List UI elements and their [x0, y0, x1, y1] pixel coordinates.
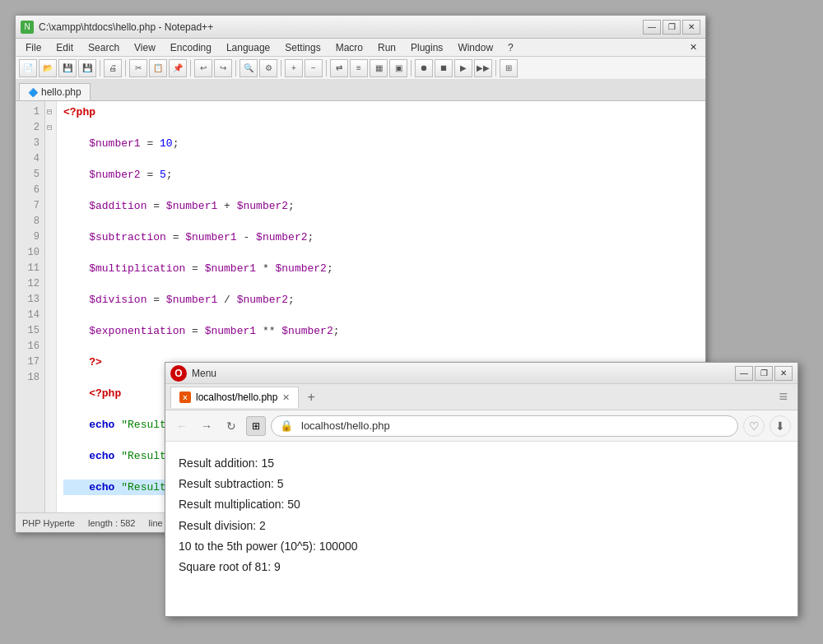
opera-icon: O [170, 365, 187, 382]
browser-refresh-button[interactable]: ↻ [221, 416, 241, 436]
fold-column: ⊟ ⊟ [45, 101, 57, 512]
menu-settings[interactable]: Settings [278, 40, 327, 55]
npp-minimize-button[interactable]: — [643, 20, 661, 35]
browser-stash-icon[interactable]: ≡ [779, 388, 788, 405]
tb-more2[interactable]: ▣ [389, 59, 407, 77]
browser-navbar: ← → ↻ ⊞ 🔒 localhost/hello.php ♡ ⬇ [165, 410, 797, 442]
npp-maximize-button[interactable]: ❐ [663, 20, 681, 35]
tb-more1[interactable]: ▦ [370, 59, 388, 77]
tb-zoom-in[interactable]: + [285, 59, 303, 77]
tb-stop[interactable]: ⏹ [435, 59, 453, 77]
menu-view[interactable]: View [128, 40, 162, 55]
browser-minimize-button[interactable]: — [735, 366, 753, 381]
menu-language[interactable]: Language [220, 40, 277, 55]
result-division: Result division: 2 [179, 516, 784, 536]
result-subtraction: Result subtraction: 5 [179, 474, 784, 494]
browser-titlebar: O Menu — ❐ ✕ [165, 363, 797, 384]
line-numbers: 12345 678910 1112131415 161718 [16, 101, 45, 512]
tb-redo[interactable]: ↪ [214, 59, 232, 77]
browser-heart-button[interactable]: ♡ [743, 415, 765, 437]
browser-back-button[interactable]: ← [172, 416, 192, 436]
result-multiplication: Result multiplication: 50 [179, 494, 784, 515]
npp-menubar: File Edit Search View Encoding Language … [16, 39, 705, 57]
tb-find[interactable]: 🔍 [239, 59, 258, 77]
tb-sep5 [281, 60, 281, 76]
tb-wordwrap[interactable]: ⇄ [330, 59, 348, 77]
menu-close-btn[interactable]: ✕ [685, 40, 702, 54]
tb-sep7 [411, 60, 412, 76]
npp-icon: N [21, 21, 34, 34]
menu-encoding[interactable]: Encoding [164, 40, 218, 55]
browser-new-tab-button[interactable]: + [300, 387, 321, 408]
tb-sep3 [190, 60, 191, 76]
status-lang: PHP Hyperte [22, 518, 75, 528]
browser-close-button[interactable]: ✕ [774, 366, 793, 381]
menu-help[interactable]: ? [501, 40, 520, 55]
tb-save[interactable]: 💾 [58, 59, 77, 77]
tb-zoom-out[interactable]: − [305, 59, 323, 77]
npp-titlebar: N C:\xampp\htdocs\hello.php - Notepad++ … [16, 16, 705, 39]
browser-tab-close[interactable]: ✕ [282, 392, 290, 403]
menu-window[interactable]: Window [451, 40, 500, 55]
tb-paste[interactable]: 📌 [169, 59, 187, 77]
browser-tab-icon: X [179, 391, 191, 403]
tb-open[interactable]: 📂 [39, 59, 57, 77]
browser-title: Menu [192, 368, 735, 379]
tb-replace[interactable]: ⚙ [259, 59, 277, 77]
menu-macro[interactable]: Macro [329, 40, 370, 55]
npp-toolbar: 📄 📂 💾 💾 🖨 ✂ 📋 📌 ↩ ↪ 🔍 ⚙ + − ⇄ ≡ ▦ ▣ ⏺ ⏹ … [16, 57, 705, 80]
tb-indent[interactable]: ≡ [350, 59, 368, 77]
npp-tab-bar: 🔷 hello.php [16, 80, 705, 101]
result-exponentiation: 10 to the 5th power (10^5): 100000 [179, 536, 784, 557]
tb-copy[interactable]: 📋 [149, 59, 167, 77]
browser-window-controls: — ❐ ✕ [735, 366, 793, 381]
tb-sep2 [125, 60, 126, 76]
tb-more3[interactable]: ⊞ [500, 59, 518, 77]
tb-sep1 [100, 60, 100, 76]
menu-search[interactable]: Search [81, 40, 126, 55]
tb-sep4 [235, 60, 236, 76]
tb-play[interactable]: ▶ [454, 59, 472, 77]
browser-tabbar: X localhost/hello.php ✕ + ≡ [165, 384, 797, 410]
browser-content: Result addition: 15 Result subtraction: … [165, 442, 797, 589]
tb-sep6 [326, 60, 327, 76]
tb-undo[interactable]: ↩ [194, 59, 212, 77]
tb-print[interactable]: 🖨 [104, 59, 122, 77]
status-length: length : 582 [88, 518, 136, 528]
browser-tab-label: localhost/hello.php [196, 391, 277, 403]
tb-sep8 [495, 60, 496, 76]
tab-label: hello.php [41, 86, 81, 98]
result-addition: Result addition: 15 [179, 453, 784, 474]
tb-playall[interactable]: ▶▶ [474, 59, 492, 77]
npp-window-controls: — ❐ ✕ [643, 20, 700, 35]
npp-close-button[interactable]: ✕ [682, 20, 700, 35]
tb-new[interactable]: 📄 [19, 59, 37, 77]
menu-run[interactable]: Run [371, 40, 402, 55]
browser-tab-localhost[interactable]: X localhost/hello.php ✕ [170, 387, 299, 408]
browser-grid-button[interactable]: ⊞ [246, 416, 266, 436]
menu-plugins[interactable]: Plugins [404, 40, 449, 55]
browser-maximize-button[interactable]: ❐ [755, 366, 773, 381]
browser-forward-button[interactable]: → [197, 416, 216, 436]
security-icon: 🔒 [280, 419, 293, 432]
tb-saveall[interactable]: 💾 [78, 59, 96, 77]
browser-download-button[interactable]: ⬇ [770, 415, 791, 437]
tb-record[interactable]: ⏺ [415, 59, 433, 77]
npp-title: C:\xampp\htdocs\hello.php - Notepad++ [39, 21, 643, 33]
url-text: localhost/hello.php [301, 419, 390, 432]
browser-window: O Menu — ❐ ✕ X localhost/hello.php ✕ + ≡… [165, 362, 798, 617]
result-sqrt: Square root of 81: 9 [179, 557, 784, 577]
npp-tab-hello[interactable]: 🔷 hello.php [19, 83, 91, 100]
menu-file[interactable]: File [19, 40, 48, 55]
status-line: line [149, 518, 163, 528]
tb-cut[interactable]: ✂ [129, 59, 147, 77]
url-bar[interactable]: 🔒 localhost/hello.php [271, 415, 738, 437]
tab-file-icon: 🔷 [28, 88, 38, 97]
menu-edit[interactable]: Edit [49, 40, 80, 55]
